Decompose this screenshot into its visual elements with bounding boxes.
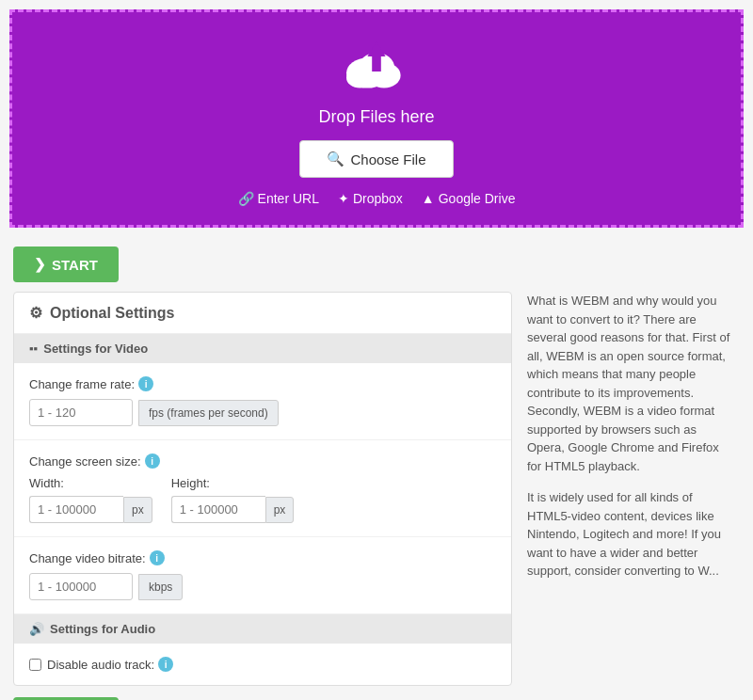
height-label: Height: — [171, 476, 295, 490]
screen-size-row: Change screen size: i Width: px Height: … — [14, 440, 511, 537]
bitrate-row: Change video bitrate: i kbps — [14, 537, 511, 614]
disable-audio-info-icon[interactable]: i — [158, 657, 173, 672]
svg-point-3 — [346, 67, 374, 88]
bitrate-info-icon[interactable]: i — [150, 550, 165, 565]
start-button-bottom-container: ❯ START — [0, 686, 753, 700]
width-input[interactable] — [29, 496, 123, 523]
search-icon: 🔍 — [327, 151, 344, 167]
gear-icon: ⚙ — [29, 304, 42, 322]
frame-rate-label: Change frame rate: i — [29, 376, 496, 391]
main-content: ⚙ Optional Settings ▪▪ Settings for Vide… — [0, 292, 753, 686]
audio-section-header: 🔊 Settings for Audio — [14, 614, 511, 644]
drop-zone[interactable]: Drop Files here 🔍 Choose File 🔗 Enter UR… — [9, 9, 744, 228]
bitrate-label: Change video bitrate: i — [29, 550, 496, 565]
screen-size-info-icon[interactable]: i — [145, 453, 160, 469]
height-unit: px — [265, 497, 295, 523]
disable-audio-checkbox[interactable] — [29, 659, 41, 671]
settings-title: ⚙ Optional Settings — [14, 293, 511, 334]
google-drive-link[interactable]: ▲ Google Drive — [422, 191, 516, 206]
audio-icon: 🔊 — [29, 622, 44, 636]
width-field: Width: px — [29, 476, 152, 523]
settings-panel: ⚙ Optional Settings ▪▪ Settings for Vide… — [13, 292, 512, 686]
video-section-header: ▪▪ Settings for Video — [14, 334, 511, 363]
frame-rate-info-icon[interactable]: i — [138, 376, 153, 391]
width-input-row: px — [29, 496, 152, 523]
link-options: 🔗 Enter URL ✦ Dropbox ▲ Google Drive — [238, 191, 516, 206]
disable-audio-label: Disable audio track: i — [47, 657, 173, 672]
height-field: Height: px — [171, 476, 295, 523]
dropbox-link[interactable]: ✦ Dropbox — [338, 191, 403, 206]
screen-size-label: Change screen size: i — [29, 453, 496, 469]
bitrate-input-group: kbps — [29, 573, 496, 600]
width-label: Width: — [29, 476, 152, 490]
frame-rate-unit: fps (frames per second) — [138, 400, 279, 426]
info-paragraph-2: It is widely used for all kinds of HTML5… — [527, 488, 736, 581]
height-input-row: px — [171, 496, 295, 523]
choose-file-button[interactable]: 🔍 Choose File — [299, 140, 453, 178]
video-icon: ▪▪ — [29, 342, 38, 356]
width-unit: px — [123, 497, 152, 523]
info-paragraph-1: What is WEBM and why would you want to c… — [527, 292, 736, 475]
bitrate-input[interactable] — [29, 573, 133, 600]
enter-url-link[interactable]: 🔗 Enter URL — [238, 191, 319, 206]
info-panel: What is WEBM and why would you want to c… — [523, 292, 740, 686]
frame-rate-input[interactable] — [29, 399, 133, 426]
drop-files-text: Drop Files here — [318, 107, 434, 127]
chevron-right-icon: ❯ — [34, 256, 46, 273]
start-button-top-container: ❯ START — [0, 237, 753, 292]
height-input[interactable] — [171, 496, 265, 523]
bitrate-unit: kbps — [138, 574, 183, 600]
upload-cloud-icon — [339, 31, 414, 100]
google-drive-icon: ▲ — [422, 191, 435, 206]
frame-rate-row: Change frame rate: i fps (frames per sec… — [14, 363, 511, 440]
dropbox-icon: ✦ — [338, 191, 349, 206]
disable-audio-row: Disable audio track: i — [14, 644, 511, 685]
start-button-top[interactable]: ❯ START — [13, 247, 119, 282]
size-inputs: Width: px Height: px — [29, 476, 496, 523]
link-icon: 🔗 — [238, 191, 254, 206]
frame-rate-input-group: fps (frames per second) — [29, 399, 496, 426]
